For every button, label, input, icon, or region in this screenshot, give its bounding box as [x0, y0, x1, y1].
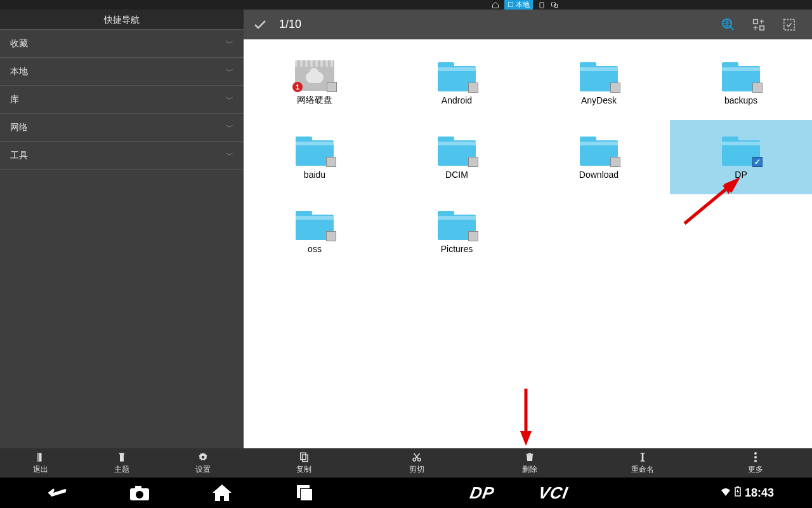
sidebar-item-label: 库 — [10, 94, 19, 105]
grid-item-label: Pictures — [441, 244, 473, 254]
more-icon — [754, 451, 757, 463]
badge-count: 1 — [292, 82, 303, 92]
folder-icon — [438, 135, 476, 166]
nav-back[interactable] — [44, 480, 70, 505]
folder-icon — [438, 210, 476, 240]
chevron-down-icon: ﹀ — [226, 150, 233, 161]
select-all-check[interactable] — [251, 16, 269, 34]
grid-item-download[interactable]: Download — [528, 120, 670, 194]
sidebar-item-local[interactable]: 本地 ﹀ — [0, 58, 244, 86]
view-mode-button[interactable] — [743, 12, 774, 37]
grid-item-label: oss — [308, 244, 322, 254]
folder-icon — [296, 210, 334, 240]
tool-exit[interactable]: 退出 — [0, 448, 81, 478]
tool-label: 复制 — [296, 464, 311, 475]
svg-point-22 — [754, 452, 757, 455]
tool-delete[interactable]: 删除 — [473, 448, 586, 478]
grid-item-label: AnyDesk — [581, 95, 617, 105]
tool-rename[interactable]: 重命名 — [586, 448, 699, 478]
tool-copy[interactable]: 复制 — [247, 448, 360, 478]
tool-label: 更多 — [748, 464, 763, 475]
sidebar-item-tools[interactable]: 工具 ﹀ — [0, 142, 244, 170]
copy-icon — [298, 451, 310, 463]
tool-label: 设置 — [195, 464, 211, 475]
grid-item-backups[interactable]: backups — [670, 46, 812, 120]
grid-item-label: DCIM — [445, 170, 468, 180]
grid-item-dcim[interactable]: DCIM — [386, 120, 528, 194]
svg-point-23 — [754, 456, 757, 458]
grid-item-dp[interactable]: ✓ DP — [670, 120, 812, 194]
sidebar: 快捷导航 收藏 ﹀ 本地 ﹀ 库 ﹀ 网络 ﹀ 工具 ﹀ — [0, 10, 244, 448]
gear-icon — [197, 451, 209, 463]
folder-icon — [722, 61, 760, 91]
theme-icon — [116, 451, 128, 463]
tool-label: 剪切 — [409, 464, 424, 475]
tablet-icon — [538, 1, 546, 9]
svg-rect-16 — [301, 453, 306, 460]
wifi-icon — [721, 486, 731, 500]
chevron-down-icon: ﹀ — [226, 38, 233, 49]
nav-recents[interactable] — [292, 480, 317, 505]
selection-count: 1/10 — [279, 18, 301, 31]
grid-item-pictures[interactable]: Pictures — [386, 194, 528, 269]
grid-item-label: backups — [724, 95, 757, 105]
system-navbar: DP VCI 18:43 — [0, 478, 812, 508]
search-globe-button[interactable] — [713, 12, 743, 37]
sidebar-item-network[interactable]: 网络 ﹀ — [0, 114, 244, 142]
svg-rect-21 — [528, 453, 531, 454]
grid-item-label: baidu — [304, 170, 325, 180]
sidebar-item-label: 收藏 — [10, 38, 28, 50]
grid-item-baidu[interactable]: baidu — [244, 120, 386, 194]
chevron-down-icon: ﹀ — [226, 94, 233, 105]
checked-icon: ✓ — [752, 157, 763, 167]
svg-point-27 — [136, 491, 143, 498]
grid-item-anydesk[interactable]: AnyDesk — [528, 46, 670, 120]
folder-icon — [580, 135, 618, 166]
exit-icon — [35, 451, 46, 463]
netdisk-icon: 1 — [295, 60, 334, 91]
folder-icon — [296, 135, 334, 166]
tool-label: 删除 — [522, 464, 537, 475]
logo-vci: VCI — [537, 483, 570, 503]
tool-label: 主题 — [114, 464, 129, 475]
touch-indicator — [636, 274, 661, 300]
cut-icon — [411, 451, 422, 463]
grid-item-oss[interactable]: oss — [244, 194, 386, 269]
annotation-arrow-delete — [516, 385, 535, 448]
bottom-toolbar: 退出 主题 设置 复制 剪切 删除 — [0, 448, 812, 478]
svg-point-24 — [754, 460, 757, 462]
svg-rect-13 — [37, 453, 39, 462]
content-header: 1/10 — [244, 10, 812, 39]
nav-home[interactable] — [209, 480, 235, 505]
svg-rect-4 — [754, 19, 757, 23]
svg-point-15 — [202, 455, 205, 458]
file-grid: 1 网络硬盘 Android AnyDesk — [244, 39, 812, 275]
svg-rect-32 — [737, 486, 739, 488]
sidebar-item-label: 网络 — [10, 122, 28, 133]
local-storage-badge[interactable]: ☐ 本地 — [504, 0, 533, 10]
grid-item-android[interactable]: Android — [386, 46, 528, 120]
grid-item-label: Android — [442, 95, 472, 105]
svg-rect-5 — [760, 25, 764, 29]
nav-camera[interactable] — [127, 480, 152, 505]
svg-rect-6 — [784, 19, 795, 30]
tool-label: 退出 — [33, 464, 48, 475]
top-status-strip: ☐ 本地 — [0, 0, 812, 10]
tool-cut[interactable]: 剪切 — [360, 448, 473, 478]
chevron-down-icon: ﹀ — [226, 66, 233, 77]
sidebar-item-library[interactable]: 库 ﹀ — [0, 86, 244, 114]
home-icon — [492, 1, 499, 9]
battery-charging-icon — [735, 486, 741, 500]
logo-dp: DP — [468, 483, 496, 503]
grid-item-netdisk[interactable]: 1 网络硬盘 — [244, 46, 386, 120]
tool-more[interactable]: 更多 — [699, 448, 812, 478]
tool-settings[interactable]: 设置 — [162, 448, 244, 478]
grid-item-label: Download — [579, 170, 619, 180]
tool-theme[interactable]: 主题 — [81, 448, 162, 478]
rename-icon — [638, 451, 648, 463]
svg-marker-11 — [520, 431, 532, 446]
sidebar-item-favorites[interactable]: 收藏 ﹀ — [0, 30, 244, 58]
select-toggle-button[interactable] — [774, 12, 804, 37]
sidebar-title: 快捷导航 — [0, 10, 244, 30]
sidebar-item-label: 工具 — [10, 150, 28, 161]
